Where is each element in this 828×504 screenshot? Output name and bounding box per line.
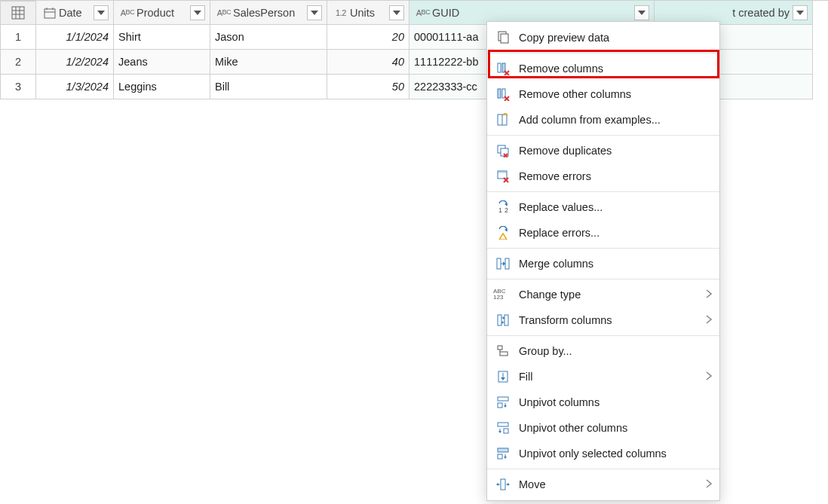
svg-rect-67 [501, 479, 505, 490]
calendar-icon [41, 7, 59, 19]
replace-values-icon: 12 [493, 200, 513, 214]
filter-dropdown-button[interactable] [634, 5, 649, 20]
cell-date[interactable]: 1/2/2024 [36, 50, 114, 75]
menu-replace-errors[interactable]: Replace errors... [487, 220, 719, 246]
unpivot-other-icon [493, 421, 513, 435]
menu-unpivot-selected-columns[interactable]: Unpivot only selected columns [487, 441, 719, 466]
svg-rect-49 [498, 346, 502, 350]
svg-marker-10 [194, 11, 201, 15]
svg-rect-40 [505, 258, 509, 269]
menu-fill[interactable]: Fill [487, 364, 719, 389]
svg-marker-34 [504, 203, 507, 206]
filter-dropdown-button[interactable] [307, 5, 322, 20]
svg-marker-38 [499, 234, 507, 240]
table-corner[interactable] [0, 1, 36, 25]
menu-remove-columns[interactable]: Remove columns [487, 56, 719, 81]
menu-add-column-from-examples[interactable]: Add column from examples... [487, 107, 719, 133]
cell-product[interactable]: Leggins [114, 75, 210, 99]
cell-product[interactable]: Shirt [114, 25, 210, 50]
svg-marker-66 [504, 457, 507, 459]
remove-errors-icon [493, 170, 513, 183]
menu-transform-columns[interactable]: Transform columns [487, 307, 719, 333]
svg-marker-37 [504, 228, 507, 231]
menu-label: Replace errors... [519, 227, 600, 239]
menu-label: Copy preview data [519, 32, 609, 44]
cell-product[interactable]: Jeans [114, 50, 210, 75]
filter-dropdown-button[interactable] [190, 5, 205, 20]
menu-remove-duplicates[interactable]: Remove duplicates [487, 138, 719, 163]
svg-rect-17 [498, 63, 501, 72]
chevron-right-icon [706, 314, 712, 326]
column-label: Product [136, 7, 187, 19]
merge-columns-icon [493, 257, 513, 270]
menu-label: Remove errors [519, 170, 591, 182]
svg-marker-71 [508, 483, 510, 486]
column-header-salesperson[interactable]: ABC SalesPerson [210, 1, 327, 25]
menu-group-by[interactable]: Group by... [487, 338, 719, 364]
cell-date[interactable]: 1/1/2024 [36, 25, 114, 50]
remove-other-columns-icon [493, 87, 513, 101]
replace-errors-icon [493, 226, 513, 240]
text-type-icon: ABC [414, 8, 432, 17]
menu-label: Unpivot other columns [519, 422, 627, 434]
svg-marker-62 [498, 431, 501, 433]
menu-remove-errors[interactable]: Remove errors [487, 163, 719, 189]
svg-marker-69 [496, 483, 498, 486]
svg-marker-14 [796, 11, 804, 15]
svg-rect-21 [498, 89, 501, 98]
menu-unpivot-columns[interactable]: Unpivot columns [487, 389, 719, 415]
svg-text:2: 2 [504, 206, 508, 214]
svg-marker-54 [501, 377, 505, 380]
menu-merge-columns[interactable]: Merge columns [487, 251, 719, 276]
cell-units[interactable]: 50 [327, 75, 409, 99]
row-number: 2 [0, 50, 36, 75]
menu-unpivot-other-columns[interactable]: Unpivot other columns [487, 415, 719, 441]
chevron-right-icon [706, 289, 712, 301]
menu-label: Remove other columns [519, 88, 631, 100]
column-header-units[interactable]: 1.2 Units [327, 1, 409, 25]
cell-date[interactable]: 1/3/2024 [36, 75, 114, 99]
menu-label: Unpivot only selected columns [519, 447, 667, 460]
cell-units[interactable]: 20 [327, 25, 409, 50]
svg-rect-59 [498, 423, 508, 426]
filter-dropdown-button[interactable] [94, 5, 109, 20]
column-header-date[interactable]: Date [36, 1, 114, 25]
svg-text:1: 1 [498, 206, 502, 214]
svg-rect-5 [44, 9, 55, 18]
cell-salesperson[interactable]: Jason [210, 25, 327, 50]
menu-label: Change type [519, 289, 581, 301]
cell-units[interactable]: 40 [327, 50, 409, 75]
svg-marker-11 [311, 11, 318, 15]
filter-dropdown-button[interactable] [793, 5, 808, 20]
menu-label: Move [519, 478, 545, 490]
column-label: t created by [659, 7, 790, 19]
cell-salesperson[interactable]: Bill [210, 75, 327, 99]
menu-label: Unpivot columns [519, 396, 600, 408]
column-header-product[interactable]: ABC Product [114, 1, 210, 25]
row-number: 3 [0, 75, 36, 99]
menu-label: Merge columns [519, 258, 593, 270]
cell-salesperson[interactable]: Mike [210, 50, 327, 75]
filter-dropdown-button[interactable] [389, 5, 404, 20]
svg-rect-50 [500, 352, 508, 356]
menu-separator [487, 53, 719, 53]
menu-change-type[interactable]: ABC123 Change type [487, 282, 719, 307]
svg-marker-12 [393, 11, 400, 15]
menu-replace-values[interactable]: 12 Replace values... [487, 194, 719, 220]
menu-copy-preview-data[interactable]: Copy preview data [487, 25, 719, 50]
menu-separator [487, 248, 719, 249]
fill-icon [493, 370, 513, 383]
menu-label: Fill [519, 371, 533, 383]
svg-marker-13 [638, 11, 646, 15]
unpivot-icon [493, 396, 513, 409]
transform-columns-icon [493, 313, 513, 327]
menu-separator [487, 279, 719, 279]
menu-label: Transform columns [519, 314, 612, 326]
text-type-icon: ABC [215, 8, 233, 17]
text-type-icon: ABC [118, 8, 136, 17]
chevron-right-icon [706, 478, 712, 490]
column-label: SalesPerson [233, 7, 304, 19]
menu-move[interactable]: Move [487, 472, 719, 497]
menu-remove-other-columns[interactable]: Remove other columns [487, 81, 719, 107]
remove-columns-icon [493, 62, 513, 75]
